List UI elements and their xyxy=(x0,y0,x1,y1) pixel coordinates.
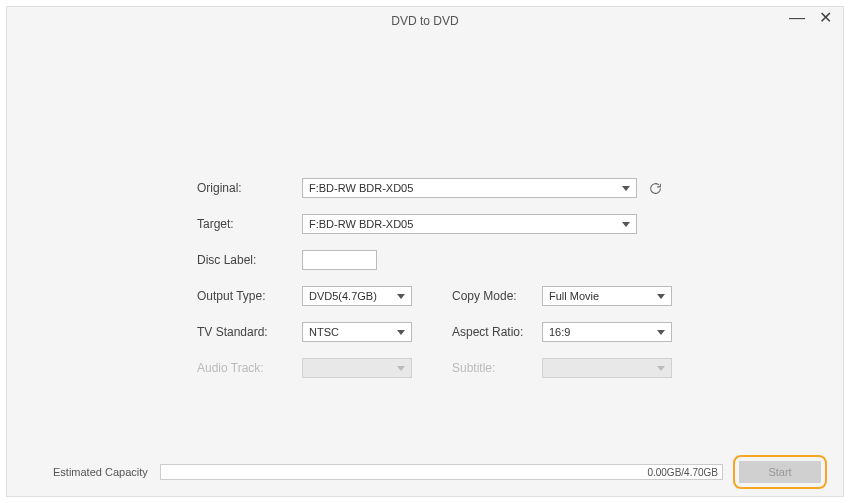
start-button[interactable]: Start xyxy=(739,461,821,483)
output-type-value: DVD5(4.7GB) xyxy=(309,290,377,302)
refresh-button[interactable] xyxy=(647,180,663,196)
capacity-progress: 0.00GB/4.70GB xyxy=(160,464,723,480)
start-button-highlight: Start xyxy=(733,455,827,489)
subtitle-select xyxy=(542,358,672,378)
footer: Estimated Capacity 0.00GB/4.70GB Start xyxy=(7,448,843,496)
copy-mode-value: Full Movie xyxy=(549,290,599,302)
tv-standard-value: NTSC xyxy=(309,326,339,338)
disc-label-label: Disc Label: xyxy=(197,253,302,267)
original-label: Original: xyxy=(197,181,302,195)
original-select[interactable]: F:BD-RW BDR-XD05 xyxy=(302,178,637,198)
capacity-text: 0.00GB/4.70GB xyxy=(647,467,718,478)
subtitle-label: Subtitle: xyxy=(452,361,542,375)
settings-form: Original: F:BD-RW BDR-XD05 Target: F:BD-… xyxy=(197,177,697,393)
target-value: F:BD-RW BDR-XD05 xyxy=(309,218,413,230)
audio-track-label: Audio Track: xyxy=(197,361,302,375)
app-window: DVD to DVD — ✕ Original: F:BD-RW BDR-XD0… xyxy=(6,6,844,497)
output-type-select[interactable]: DVD5(4.7GB) xyxy=(302,286,412,306)
disc-label-input[interactable] xyxy=(302,250,377,270)
tv-standard-select[interactable]: NTSC xyxy=(302,322,412,342)
capacity-label: Estimated Capacity xyxy=(53,466,148,478)
aspect-ratio-label: Aspect Ratio: xyxy=(452,325,542,339)
tv-standard-label: TV Standard: xyxy=(197,325,302,339)
audio-track-select xyxy=(302,358,412,378)
original-value: F:BD-RW BDR-XD05 xyxy=(309,182,413,194)
close-button[interactable]: ✕ xyxy=(811,7,839,31)
minimize-button[interactable]: — xyxy=(783,7,811,31)
aspect-ratio-select[interactable]: 16:9 xyxy=(542,322,672,342)
copy-mode-select[interactable]: Full Movie xyxy=(542,286,672,306)
aspect-ratio-value: 16:9 xyxy=(549,326,570,338)
target-label: Target: xyxy=(197,217,302,231)
titlebar: DVD to DVD — ✕ xyxy=(7,7,843,35)
start-button-label: Start xyxy=(768,466,791,478)
target-select[interactable]: F:BD-RW BDR-XD05 xyxy=(302,214,637,234)
copy-mode-label: Copy Mode: xyxy=(452,289,542,303)
output-type-label: Output Type: xyxy=(197,289,302,303)
refresh-icon xyxy=(649,182,662,195)
window-title: DVD to DVD xyxy=(391,14,458,28)
